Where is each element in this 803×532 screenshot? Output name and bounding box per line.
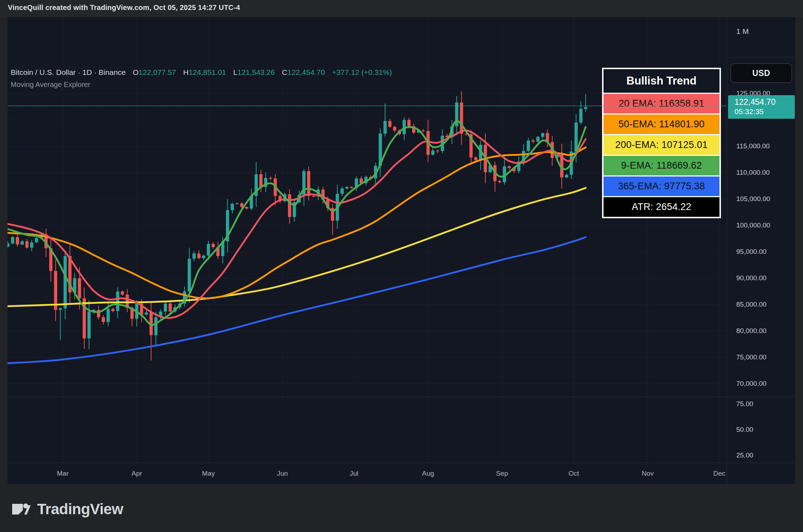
- price-axis-label: 100,000.00: [736, 221, 793, 229]
- price-axis-label: 85,000.00: [736, 301, 793, 308]
- ma-legend-box: Bullish Trend 20 EMA: 116358.91 50-EMA: …: [602, 68, 721, 218]
- time-axis-label-jun: Jun: [268, 470, 297, 477]
- low-value: 121,543.26: [237, 68, 275, 76]
- price-axis-label: 70,000.00: [736, 380, 793, 388]
- badge-countdown: 05:32:35: [734, 107, 795, 116]
- legend-row-atr: ATR: 2654.22: [603, 197, 719, 217]
- time-axis-label-aug: Aug: [414, 470, 442, 477]
- price-axis-label: 95,000.00: [736, 248, 793, 256]
- time-axis-label-mar: Mar: [49, 470, 77, 477]
- scale-separator: [727, 57, 796, 57]
- legend-row-20ema: 20 EMA: 116358.91: [603, 94, 719, 113]
- lower-pane-axis-label: 25.00: [736, 451, 793, 459]
- price-axis-label: 75,000.00: [736, 353, 793, 361]
- symbol-title-row: Bitcoin / U.S. Dollar · 1D · Binance O12…: [11, 66, 392, 78]
- close-value: 122,454.70: [287, 68, 325, 76]
- current-price-line: [8, 106, 726, 106]
- change-value: +377.12 (+0.31%): [332, 68, 392, 76]
- legend-row-9ema: 9-EMA: 118669.62: [603, 156, 719, 175]
- tradingview-wordmark: TradingView: [37, 501, 123, 518]
- lower-pane-axis-label: 50.00: [736, 426, 793, 434]
- close-label: C: [282, 68, 287, 76]
- low-label: L: [233, 68, 237, 76]
- indicator-title[interactable]: Moving Average Explorer: [11, 78, 392, 91]
- badge-price: 122,454.70: [734, 97, 795, 107]
- time-axis-label-nov: Nov: [633, 470, 662, 477]
- legend-title: Bullish Trend: [603, 69, 719, 93]
- price-axis-label: 80,000.00: [736, 327, 793, 335]
- time-axis-label-jul: Jul: [340, 470, 368, 477]
- high-value: 124,851.01: [188, 68, 226, 76]
- time-axis-label-oct: Oct: [560, 470, 588, 477]
- high-label: H: [183, 68, 188, 76]
- time-axis-label-may: May: [194, 470, 223, 477]
- time-axis[interactable]: MarAprMayJunJulAugSepOctNovDec: [7, 463, 727, 484]
- time-axis-label-apr: Apr: [122, 470, 151, 477]
- tradingview-logo-icon: [11, 499, 31, 520]
- currency-toggle-button[interactable]: USD: [731, 63, 792, 83]
- price-axis-label: 115,000.00: [736, 142, 793, 150]
- open-value: 122,077.57: [138, 68, 176, 76]
- time-axis-label-sep: Sep: [488, 470, 516, 477]
- price-axis-label: 105,000.00: [736, 195, 793, 203]
- symbol-readout: Bitcoin / U.S. Dollar · 1D · Binance O12…: [11, 66, 392, 91]
- tradingview-logo[interactable]: TradingView: [11, 498, 123, 521]
- legend-row-365ema: 365-EMA: 97775.38: [603, 177, 719, 196]
- range-label: 1 M: [736, 27, 749, 36]
- lower-pane-axis-label: 75.00: [736, 400, 793, 408]
- legend-row-200ema: 200-EMA: 107125.01: [603, 135, 719, 155]
- open-label: O: [133, 68, 138, 76]
- current-price-badge: 122,454.70 05:32:35: [728, 95, 795, 119]
- tradingview-screenshot: { "header": { "text": "VinceQuill create…: [0, 0, 803, 532]
- price-axis-label: 90,000.00: [736, 274, 793, 282]
- price-scale[interactable]: 1 M USD 125,000.00115,000.00110,000.0010…: [727, 17, 796, 484]
- legend-row-50ema: 50-EMA: 114801.90: [603, 114, 719, 134]
- symbol-title[interactable]: Bitcoin / U.S. Dollar · 1D · Binance: [11, 68, 126, 76]
- price-axis-label: 110,000.00: [736, 169, 793, 177]
